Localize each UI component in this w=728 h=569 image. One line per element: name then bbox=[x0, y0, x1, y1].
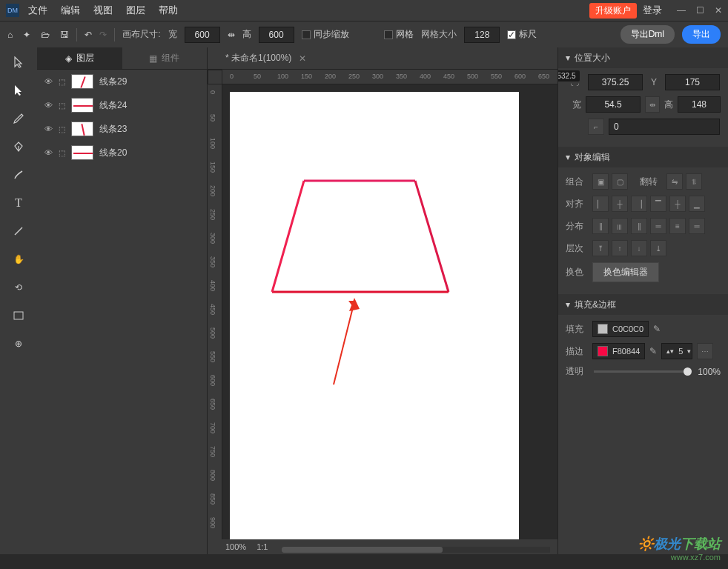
stroke-eyedropper-icon[interactable]: ✎ bbox=[649, 346, 657, 356]
layer-name: 线条29 bbox=[99, 76, 127, 88]
section-position-size[interactable]: ▾ 位置大小 bbox=[558, 47, 728, 68]
layer-row[interactable]: 👁⬚线条29 bbox=[37, 70, 207, 93]
stroke-more-button[interactable]: ⋯ bbox=[697, 343, 713, 359]
menu-view[interactable]: 视图 bbox=[93, 4, 113, 17]
grid-checkbox[interactable]: 网格 bbox=[384, 28, 414, 41]
grid-size-input[interactable] bbox=[464, 27, 500, 43]
pointer-tool[interactable] bbox=[8, 55, 29, 70]
pos-x-input[interactable] bbox=[588, 74, 643, 90]
open-icon[interactable]: 🗁 bbox=[41, 30, 50, 40]
main-menu: 文件 编辑 视图 图层 帮助 bbox=[28, 4, 589, 17]
to-back-button[interactable]: ⤓ bbox=[650, 240, 666, 256]
lock-icon[interactable]: ⬚ bbox=[59, 125, 65, 133]
login-link[interactable]: 登录 bbox=[643, 4, 662, 17]
section-fill-stroke[interactable]: ▾ 填充&边框 bbox=[558, 294, 728, 315]
visibility-icon[interactable]: 👁 bbox=[44, 77, 53, 86]
text-tool[interactable]: T bbox=[8, 196, 29, 210]
visibility-icon[interactable]: 👁 bbox=[44, 124, 53, 133]
group-button[interactable]: ▣ bbox=[592, 173, 609, 190]
hand-tool[interactable]: ✋ bbox=[8, 252, 29, 267]
rotate-tool[interactable]: ⟲ bbox=[8, 280, 29, 295]
height-input[interactable] bbox=[678, 96, 721, 113]
width-input[interactable] bbox=[586, 96, 641, 113]
menu-file[interactable]: 文件 bbox=[28, 4, 47, 17]
redo-icon[interactable]: ↷ bbox=[99, 30, 107, 40]
grid-size-label: 网格大小 bbox=[421, 28, 457, 41]
export-dml-button[interactable]: 导出Dml bbox=[621, 25, 675, 44]
align-center-h-button[interactable]: ┼ bbox=[612, 196, 628, 212]
tab-components[interactable]: ▦ 组件 bbox=[122, 47, 208, 69]
align-right-button[interactable]: ▕ bbox=[631, 196, 647, 212]
dist-1-button[interactable]: ‖ bbox=[592, 218, 609, 234]
export-button[interactable]: 导出 bbox=[682, 25, 721, 44]
rotation-input[interactable] bbox=[609, 119, 720, 135]
close-icon[interactable]: ✕ bbox=[715, 5, 722, 16]
dist-6-button[interactable]: ═ bbox=[689, 218, 705, 234]
layer-thumbnail bbox=[71, 98, 93, 113]
zoom-tool[interactable]: ⊕ bbox=[8, 336, 29, 351]
canvas-width-input[interactable] bbox=[185, 27, 220, 43]
tab-close-icon[interactable]: ✕ bbox=[299, 53, 306, 64]
zoom-ratio[interactable]: 1:1 bbox=[257, 542, 268, 551]
save-icon[interactable]: 🖫 bbox=[60, 30, 69, 40]
home-icon[interactable]: ⌂ bbox=[7, 30, 13, 40]
canvas-height-input[interactable] bbox=[259, 27, 294, 43]
dist-3-button[interactable]: ‖ bbox=[631, 218, 647, 234]
upgrade-badge[interactable]: 升级账户 bbox=[589, 3, 637, 19]
menu-help[interactable]: 帮助 bbox=[159, 4, 178, 17]
align-left-button[interactable]: ▏ bbox=[592, 196, 609, 212]
rect-tool[interactable] bbox=[8, 308, 29, 323]
brush-tool[interactable] bbox=[8, 167, 29, 182]
line-tool[interactable] bbox=[8, 224, 29, 239]
fill-color-field[interactable]: C0C0C0 bbox=[592, 321, 649, 337]
layer-row[interactable]: 👁⬚线条24 bbox=[37, 93, 207, 117]
align-center-v-button[interactable]: ┼ bbox=[669, 196, 686, 212]
menu-layer[interactable]: 图层 bbox=[126, 4, 145, 17]
visibility-icon[interactable]: 👁 bbox=[44, 148, 53, 157]
w-label: 宽 bbox=[566, 99, 581, 111]
menu-edit[interactable]: 编辑 bbox=[61, 4, 80, 17]
ungroup-button[interactable]: ▢ bbox=[612, 173, 628, 190]
zoom-value[interactable]: 100% bbox=[225, 542, 246, 551]
opacity-slider[interactable] bbox=[594, 370, 692, 373]
link-dimensions-icon[interactable]: ⇹ bbox=[228, 30, 235, 40]
lock-icon[interactable]: ⬚ bbox=[59, 78, 65, 86]
to-front-button[interactable]: ⤒ bbox=[592, 240, 609, 256]
section-object-edit[interactable]: ▾ 对象编辑 bbox=[558, 147, 728, 167]
canvas-viewport[interactable] bbox=[222, 84, 557, 539]
align-bottom-button[interactable]: ▁ bbox=[689, 196, 705, 212]
fill-eyedropper-icon[interactable]: ✎ bbox=[653, 324, 661, 334]
dist-2-button[interactable]: ⫼ bbox=[612, 218, 628, 234]
pos-y-input[interactable] bbox=[665, 74, 720, 90]
dist-4-button[interactable]: ═ bbox=[650, 218, 666, 234]
dist-5-button[interactable]: ≡ bbox=[669, 218, 686, 234]
layer-name: 线条20 bbox=[99, 147, 127, 159]
visibility-icon[interactable]: 👁 bbox=[44, 101, 53, 110]
recolor-editor-button[interactable]: 换色编辑器 bbox=[592, 262, 659, 282]
select-tool[interactable] bbox=[8, 83, 29, 98]
document-tab[interactable]: * 未命名1(100%) ✕ bbox=[215, 47, 317, 69]
link-wh-icon[interactable]: ⇹ bbox=[645, 96, 660, 113]
nib-tool[interactable] bbox=[8, 139, 29, 154]
layer-row[interactable]: 👁⬚线条20 bbox=[37, 141, 207, 164]
pen-tool[interactable] bbox=[8, 111, 29, 126]
stroke-color-field[interactable]: F80844 bbox=[592, 343, 645, 359]
maximize-icon[interactable]: ☐ bbox=[696, 5, 704, 16]
canvas-page[interactable] bbox=[230, 92, 519, 539]
minimize-icon[interactable]: — bbox=[677, 5, 686, 16]
forward-button[interactable]: ↑ bbox=[612, 240, 628, 256]
layer-row[interactable]: 👁⬚线条23 bbox=[37, 117, 207, 141]
horizontal-scrollbar[interactable] bbox=[282, 547, 550, 553]
undo-icon[interactable]: ↶ bbox=[85, 30, 92, 40]
ruler-checkbox[interactable]: ✓标尺 bbox=[507, 28, 537, 41]
stroke-width-field[interactable]: ▴▾ 5 ▾ bbox=[661, 343, 692, 359]
lock-icon[interactable]: ⬚ bbox=[59, 149, 65, 157]
lock-icon[interactable]: ⬚ bbox=[59, 102, 65, 110]
sync-zoom-checkbox[interactable]: 同步缩放 bbox=[302, 28, 349, 41]
flip-v-button[interactable]: ⥮ bbox=[686, 173, 702, 190]
backward-button[interactable]: ↓ bbox=[631, 240, 647, 256]
new-icon[interactable]: ✦ bbox=[23, 30, 30, 40]
tab-layers[interactable]: ◈ 图层 bbox=[37, 47, 122, 69]
align-top-button[interactable]: ▔ bbox=[650, 196, 666, 212]
flip-h-button[interactable]: ⇋ bbox=[666, 173, 683, 190]
